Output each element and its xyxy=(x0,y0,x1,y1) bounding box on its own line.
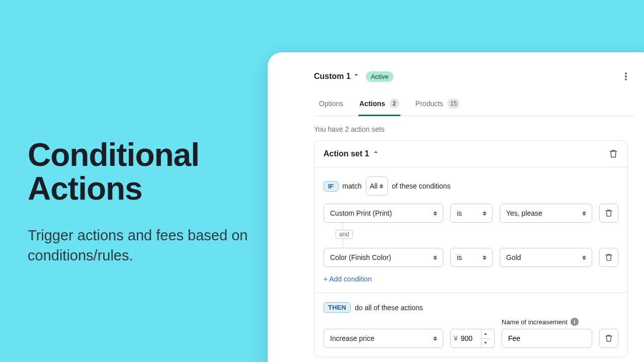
chevron-up-icon: ⌃ xyxy=(373,150,378,157)
condition-operator-value: is xyxy=(457,209,462,217)
more-menu-button[interactable] xyxy=(620,70,632,82)
trash-icon xyxy=(608,149,618,159)
action-set-title: Action set 1 xyxy=(324,149,369,158)
trash-icon xyxy=(604,334,613,343)
increasement-name-input[interactable] xyxy=(502,329,592,348)
action-type-value: Increase price xyxy=(330,334,374,342)
and-label: and xyxy=(336,230,353,239)
tab-products[interactable]: Products 15 xyxy=(415,94,461,116)
select-arrows-icon xyxy=(433,336,438,341)
select-arrows-icon xyxy=(433,255,438,260)
action-sets-summary: You have 2 action sets xyxy=(314,125,642,133)
condition-operator-value: is xyxy=(457,253,462,261)
condition-field-select[interactable]: Custom Print (Print) xyxy=(324,204,443,223)
tabs: Options Actions 2 Products 15 xyxy=(314,94,634,116)
match-mode-value: All xyxy=(370,182,378,190)
chevron-up-icon: ⌃ xyxy=(354,73,359,80)
kebab-icon xyxy=(625,75,627,77)
tab-actions-label: Actions xyxy=(359,100,385,108)
delete-action-button[interactable] xyxy=(599,329,618,348)
card-title[interactable]: Custom 1 ⌃ xyxy=(314,72,359,81)
if-block: IF match All of these conditions Custom … xyxy=(314,167,627,293)
condition-value-text: Yes, please xyxy=(506,209,542,217)
trash-icon xyxy=(604,253,613,262)
amount-input[interactable] xyxy=(461,329,481,347)
select-arrows-icon xyxy=(482,211,487,216)
condition-field-value: Color (Finish Color) xyxy=(330,253,391,261)
card-header: Custom 1 ⌃ Active xyxy=(314,70,642,82)
tab-options-label: Options xyxy=(319,100,343,108)
tab-products-count: 15 xyxy=(447,99,460,109)
settings-card: Custom 1 ⌃ Active Options Actions 2 Prod… xyxy=(268,52,644,362)
condition-field-select[interactable]: Color (Finish Color) xyxy=(324,248,443,267)
delete-condition-button[interactable] xyxy=(599,204,618,223)
action-set-card: Action set 1 ⌃ IF match All of these con… xyxy=(314,140,628,357)
tab-options[interactable]: Options xyxy=(318,94,344,116)
delete-action-set-button[interactable] xyxy=(608,149,618,159)
condition-value-text: Gold xyxy=(506,253,521,261)
tab-products-label: Products xyxy=(416,100,443,108)
select-arrows-icon xyxy=(433,211,438,216)
tab-actions[interactable]: Actions 2 xyxy=(358,94,400,116)
card-title-text: Custom 1 xyxy=(314,72,351,81)
condition-operator-select[interactable]: is xyxy=(450,204,493,223)
promo-heading: Conditional Actions xyxy=(28,138,274,206)
if-chip: IF xyxy=(324,181,339,192)
action-type-select[interactable]: Increase price xyxy=(324,329,443,348)
then-block: THEN do all of these actions Increase pr… xyxy=(314,293,627,357)
promo-subheading: Trigger actions and fees based on condit… xyxy=(28,226,274,265)
add-condition-link[interactable]: + Add condition xyxy=(324,275,372,283)
then-chip: THEN xyxy=(324,302,351,313)
amount-step-up[interactable] xyxy=(481,329,490,339)
amount-input-group: ¥ xyxy=(450,329,495,348)
condition-value-select[interactable]: Yes, please xyxy=(500,204,592,223)
info-icon[interactable]: i xyxy=(571,318,579,326)
and-connector: and xyxy=(324,223,618,248)
match-word: match xyxy=(343,182,362,190)
select-arrows-icon xyxy=(582,211,587,216)
condition-row: Custom Print (Print) is Yes, please xyxy=(324,204,618,223)
select-arrows-icon xyxy=(482,255,487,260)
trash-icon xyxy=(604,209,613,218)
select-arrows-icon xyxy=(582,255,587,260)
do-all-text: do all of these actions xyxy=(355,304,423,312)
action-set-toggle[interactable]: Action set 1 ⌃ xyxy=(324,149,378,158)
of-these-text: of these conditions xyxy=(392,182,451,190)
condition-value-select[interactable]: Gold xyxy=(500,248,592,267)
caret-down-icon xyxy=(484,342,487,344)
condition-field-value: Custom Print (Print) xyxy=(330,209,392,217)
match-mode-select[interactable]: All xyxy=(366,176,388,196)
currency-symbol: ¥ xyxy=(451,329,461,347)
name-of-increasement-label: Name of increasement i xyxy=(502,318,592,326)
condition-operator-select[interactable]: is xyxy=(450,248,493,267)
condition-row: Color (Finish Color) is Gold xyxy=(324,248,618,267)
select-arrows-icon xyxy=(379,184,383,189)
tab-actions-count: 2 xyxy=(389,99,399,109)
name-label-text: Name of increasement xyxy=(502,318,568,326)
delete-condition-button[interactable] xyxy=(599,248,618,267)
amount-step-down[interactable] xyxy=(481,339,490,348)
status-badge: Active xyxy=(366,71,393,82)
caret-up-icon xyxy=(484,333,487,335)
